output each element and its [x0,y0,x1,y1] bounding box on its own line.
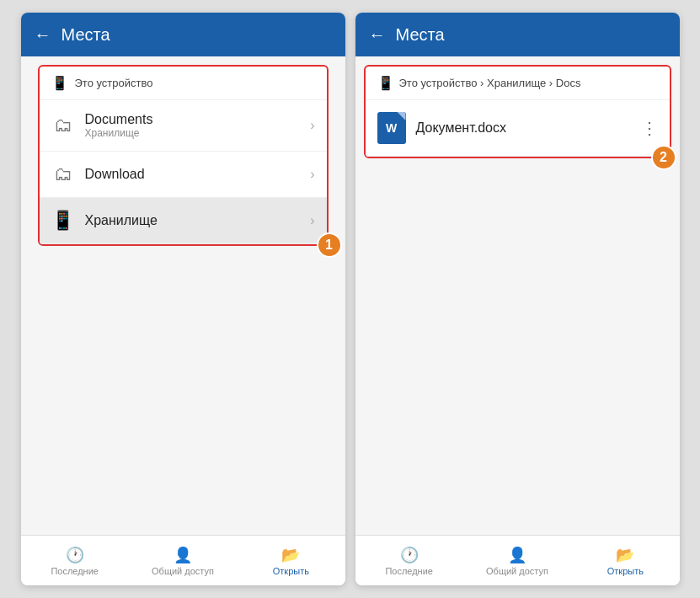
chevron-storage: › [310,213,314,228]
right-header-title: Места [396,25,445,45]
folder-name-documents: Documents [85,112,301,127]
left-back-button[interactable]: ← [35,25,51,45]
folder-icon-storage: 📱 [51,210,75,232]
right-box-wrapper: 📱 Это устройство › Хранилище › Docs W До… [364,65,671,158]
left-nav-shared[interactable]: 👤 Общий доступ [129,536,237,585]
right-panel: ← Места 📱 Это устройство › Хранилище › D… [355,13,680,585]
left-content: 📱 Это устройство 🗂 Documents Хранилище ›… [21,56,345,535]
left-panel: ← Места 📱 Это устройство 🗂 Documents Хра… [21,13,345,585]
right-nav-recent[interactable]: 🕐 Последние [355,536,463,585]
device-icon: 📱 [51,75,68,91]
folder-sub-documents: Хранилище [85,127,301,139]
recent-label: Последние [51,566,99,576]
folder-documents[interactable]: 🗂 Documents Хранилище › [40,100,327,152]
left-nav-open[interactable]: 📂 Открыть [237,536,345,585]
right-back-button[interactable]: ← [369,25,386,45]
left-bottom-nav: 🕐 Последние 👤 Общий доступ 📂 Открыть [21,535,345,585]
open-label: Открыть [273,566,309,576]
folder-name-download: Download [85,167,301,182]
folder-storage[interactable]: 📱 Хранилище › [40,198,327,244]
left-header-title: Места [61,25,110,45]
breadcrumb-text: Это устройство › Хранилище › Docs [399,77,581,89]
open-icon: 📂 [281,546,300,564]
right-recent-icon: 🕐 [400,546,419,564]
step-badge-2: 2 [651,145,676,170]
folder-download[interactable]: 🗂 Download › [40,152,327,198]
left-location-text: Это устройство [75,77,153,89]
shared-label: Общий доступ [152,566,214,576]
step-badge-1: 1 [317,232,342,258]
folder-icon-download: 🗂 [51,163,75,185]
right-nav-shared[interactable]: 👤 Общий доступ [463,536,571,585]
folder-name-storage: Хранилище [85,213,301,228]
left-location-header: 📱 Это устройство [40,67,327,100]
right-recent-label: Последние [385,566,433,576]
file-name: Документ.docx [416,120,631,136]
chevron-download: › [310,167,314,182]
right-nav-open[interactable]: 📂 Открыть [571,536,679,585]
left-header: ← Места [21,13,345,56]
shared-icon: 👤 [174,546,192,564]
right-bottom-nav: 🕐 Последние 👤 Общий доступ 📂 Открыть [355,535,680,585]
right-header: ← Места [355,13,680,56]
right-shared-icon: 👤 [508,546,526,564]
recent-icon: 🕐 [66,546,84,564]
breadcrumb-device-icon: 📱 [377,75,394,91]
file-item-docx[interactable]: W Документ.docx ⋮ [366,100,670,157]
right-location-box: 📱 Это устройство › Хранилище › Docs W До… [364,65,671,158]
breadcrumb-row: 📱 Это устройство › Хранилище › Docs [366,67,670,100]
chevron-documents: › [310,118,314,133]
left-nav-recent[interactable]: 🕐 Последние [21,536,129,585]
right-content: 📱 Это устройство › Хранилище › Docs W До… [355,56,680,535]
right-shared-label: Общий доступ [486,566,548,576]
more-options-icon[interactable]: ⋮ [641,118,658,138]
right-open-label: Открыть [607,566,644,576]
left-location-wrapper: 📱 Это устройство 🗂 Documents Хранилище ›… [29,65,337,246]
left-location-box: 📱 Это устройство 🗂 Documents Хранилище ›… [38,65,329,246]
folder-icon-documents: 🗂 [51,115,75,136]
word-file-icon: W [377,112,406,144]
right-open-icon: 📂 [616,546,634,564]
